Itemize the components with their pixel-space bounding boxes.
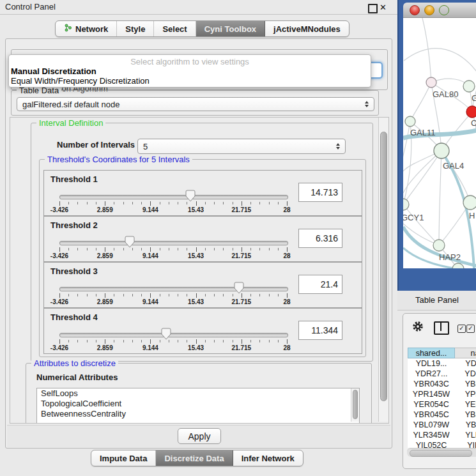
- cell[interactable]: YER0: [455, 399, 476, 410]
- cell[interactable]: YBR0: [455, 379, 476, 389]
- table-row[interactable]: YLR345WYLR3: [408, 430, 476, 440]
- network-node[interactable]: [463, 196, 476, 210]
- cell[interactable]: YBR0: [455, 410, 476, 420]
- cell[interactable]: YPR1: [455, 389, 476, 399]
- cell[interactable]: YIL0: [455, 440, 476, 448]
- threshold-4-slider[interactable]: [59, 333, 288, 337]
- close-icon[interactable]: ✕: [380, 4, 387, 11]
- list-item[interactable]: BetweennessCentrality: [37, 409, 359, 419]
- apply-button[interactable]: Apply: [178, 428, 221, 444]
- cell[interactable]: YER054C: [408, 399, 455, 410]
- slider-handle[interactable]: [125, 236, 135, 249]
- cell[interactable]: YDR2: [455, 369, 476, 379]
- table-data-combobox[interactable]: galFiltered.sif default node: [17, 97, 374, 111]
- network-node[interactable]: [463, 81, 475, 92]
- tab-jactivemnodules-label: jActiveMNodules: [273, 24, 341, 34]
- checkbox-icon[interactable]: ✓: [457, 325, 466, 333]
- network-canvas[interactable]: GAL80 GAL11 GAL4 GCY1 HAP2 G C H: [403, 18, 476, 268]
- number-of-intervals-combobox[interactable]: 5: [137, 139, 346, 154]
- network-node-hap2[interactable]: [433, 240, 445, 251]
- threshold-1-value-field[interactable]: 14.713: [298, 183, 342, 202]
- zoom-traffic-light-icon[interactable]: [439, 5, 449, 15]
- tab-jactivemnodules[interactable]: jActiveMNodules: [265, 21, 349, 36]
- thresholds-group: Threshold's Coordinates for 5 Intervals …: [39, 159, 366, 357]
- cell[interactable]: YDR27...: [408, 369, 455, 379]
- threshold-4-value-field[interactable]: 11.344: [298, 321, 342, 340]
- cell[interactable]: YLR3: [455, 430, 476, 440]
- list-scrollbar[interactable]: [351, 388, 359, 422]
- cell[interactable]: YDL1: [455, 358, 476, 369]
- node-label: G: [472, 93, 476, 103]
- threshold-2-slider[interactable]: [59, 241, 288, 245]
- slider-tick-labels: -3.426 2.859 9.144 15.43 21.715 28: [59, 298, 287, 306]
- table-row[interactable]: YBR043CYBR0: [408, 379, 476, 389]
- panel-scrollbar[interactable]: [378, 118, 388, 422]
- tick-label: -3.426: [50, 206, 68, 213]
- table-row[interactable]: YER054CYER0: [408, 399, 476, 410]
- cell[interactable]: YBR045C: [408, 410, 455, 420]
- slider-ticks: [59, 247, 287, 252]
- tab-style[interactable]: Style: [117, 21, 154, 36]
- option-equal-width-frequency[interactable]: Equal Width/Frequency Discretization: [9, 76, 371, 86]
- tick-label: 21.715: [232, 298, 252, 305]
- slider-handle[interactable]: [161, 328, 171, 341]
- close-traffic-light-icon[interactable]: [410, 5, 420, 15]
- table-data-group: Table Data galFiltered.sif default node: [11, 90, 379, 116]
- tick-label: 28: [283, 252, 290, 259]
- cell[interactable]: YBR043C: [408, 379, 455, 389]
- table-row[interactable]: YIL052CYIL0: [408, 440, 476, 448]
- slider-handle[interactable]: [185, 190, 196, 203]
- threshold-3-slider[interactable]: [59, 287, 288, 291]
- cell[interactable]: YIL052C: [408, 440, 455, 448]
- algorithm-dropdown-popup: Select algorithm to view settings Manual…: [8, 54, 371, 88]
- numerical-attributes-label: Numerical Attributes: [36, 372, 118, 382]
- threshold-3-panel: Threshold 3 -3.426 2.859 9.144: [43, 262, 362, 308]
- minimize-traffic-light-icon[interactable]: [424, 5, 434, 15]
- threshold-2-panel: Threshold 2 -3.426 2.859 9.144: [43, 216, 362, 262]
- tab-discretize-data[interactable]: Discretize Data: [156, 450, 233, 466]
- checkbox-icon[interactable]: ✓: [466, 325, 475, 333]
- tab-style-label: Style: [125, 24, 145, 34]
- option-manual-discretization[interactable]: Manual Discretization: [9, 66, 371, 76]
- cell[interactable]: YBL079W: [408, 420, 455, 430]
- threshold-2-value-field[interactable]: 6.316: [298, 229, 342, 248]
- network-node-gal4[interactable]: [434, 143, 449, 158]
- tick-label: 15.43: [188, 344, 204, 351]
- gear-icon[interactable]: [412, 321, 424, 332]
- tab-impute-data[interactable]: Impute Data: [91, 450, 156, 466]
- network-node-gal80[interactable]: [426, 77, 436, 88]
- table-row[interactable]: YBL079WYBL0: [408, 420, 476, 430]
- tick-label: 2.859: [97, 206, 113, 213]
- table-row[interactable]: YDL19...YDL1: [408, 358, 476, 369]
- column-header-shared[interactable]: shared...: [408, 348, 455, 358]
- cell[interactable]: YBL0: [455, 420, 476, 430]
- tab-cyni-toolbox[interactable]: Cyni Toolbox: [196, 21, 265, 36]
- network-node-gcy1[interactable]: [403, 199, 409, 210]
- horizontal-scrollbar[interactable]: [407, 448, 476, 457]
- tick-label: 15.43: [188, 298, 204, 305]
- interval-definition-label: Interval Definition: [36, 118, 105, 128]
- threshold-1-slider[interactable]: [59, 195, 288, 199]
- cell[interactable]: YLR345W: [408, 430, 455, 440]
- tick-label: 28: [283, 206, 290, 213]
- table-row[interactable]: YPR145WYPR1: [408, 389, 476, 399]
- split-columns-icon[interactable]: [434, 321, 449, 335]
- node-table: shared... na YDL19...YDL1 YDR27...YDR2 Y…: [408, 348, 476, 358]
- tab-network[interactable]: Network: [56, 21, 117, 36]
- float-window-icon[interactable]: [368, 4, 378, 13]
- list-item[interactable]: TopologicalCoefficient: [37, 399, 359, 409]
- cell[interactable]: YPR145W: [408, 389, 455, 399]
- cell[interactable]: YDL19...: [408, 358, 455, 369]
- list-item[interactable]: SelfLoops: [37, 388, 359, 399]
- threshold-3-value-field[interactable]: 21.4: [298, 275, 342, 294]
- network-node-gal11[interactable]: [405, 116, 415, 127]
- tab-select[interactable]: Select: [154, 21, 196, 36]
- table-row[interactable]: YDR27...YDR2: [408, 369, 476, 379]
- table-row[interactable]: YBR045CYBR0: [408, 410, 476, 420]
- slider-handle[interactable]: [234, 282, 244, 295]
- network-node-selected[interactable]: [466, 106, 476, 118]
- tab-infer-network[interactable]: Infer Network: [233, 450, 303, 466]
- algorithm-placeholder: Select algorithm to view settings: [9, 55, 371, 66]
- column-header-name[interactable]: na: [455, 348, 476, 358]
- tick-label: 2.859: [97, 298, 113, 305]
